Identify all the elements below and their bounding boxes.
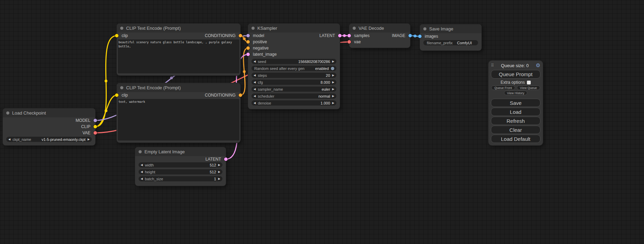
node-save-image[interactable]: Save Image images filename_prefix ComfyU… [420,24,482,51]
node-clip-text-encode-positive[interactable]: CLIP Text Encode (Prompt) clip CONDITION… [117,24,240,75]
node-clip-text-encode-negative[interactable]: CLIP Text Encode (Prompt) clip CONDITION… [117,83,240,143]
vae-input-port[interactable] [347,40,351,44]
node-load-checkpoint[interactable]: Load Checkpoint MODEL CLIP VAE ◀ ckpt_na… [3,108,95,145]
clip-input-port[interactable] [115,93,118,97]
collapse-dot-icon[interactable] [120,27,123,30]
negative-input-port[interactable] [246,46,250,50]
drag-handle-icon[interactable]: ⠿ [491,63,494,68]
stepper-left-icon[interactable]: ◀ [254,87,256,92]
widget-value: v1-5-pruned-emaonly.ckpt [42,137,86,142]
node-title-bar[interactable]: VAE Decode [349,24,410,33]
node-title-bar[interactable]: Load Checkpoint [3,108,95,117]
latent-output-port[interactable] [338,34,342,37]
stepper-left-icon[interactable]: ◀ [141,162,143,168]
widget-label: batch_size [145,177,163,181]
extra-options-checkbox[interactable] [527,81,531,84]
stepper-right-icon[interactable]: ▶ [332,59,334,64]
images-input-port[interactable] [418,35,422,38]
queue-prompt-button[interactable]: Queue Prompt [491,70,540,79]
widget-value: euler [321,87,330,91]
io-row: negative [248,45,340,51]
scheduler-widget[interactable]: ◀ scheduler normal ▶ [252,93,336,99]
stepper-right-icon[interactable]: ▶ [88,137,90,142]
widget-label: sampler_name [258,87,283,91]
stepper-right-icon[interactable]: ▶ [332,93,334,99]
clip-output-port[interactable] [94,125,97,128]
stepper-right-icon[interactable]: ▶ [218,169,220,174]
load-default-button[interactable]: Load Default [491,135,540,143]
collapse-dot-icon[interactable] [120,86,123,89]
node-vae-decode[interactable]: VAE Decode samples IMAGE vae [349,24,410,48]
samples-input-port[interactable] [347,34,351,37]
collapse-dot-icon[interactable] [423,27,426,30]
node-title: Empty Latent Image [144,149,185,154]
node-title-bar[interactable]: Empty Latent Image [135,147,226,156]
random-seed-toggle-widget[interactable]: Random seed after every gen enabled [252,66,336,71]
stepper-left-icon[interactable]: ◀ [254,100,256,106]
image-output-port[interactable] [408,34,412,37]
collapse-dot-icon[interactable] [139,150,142,153]
filename-prefix-widget[interactable]: filename_prefix ComfyUI [423,40,478,45]
stepper-right-icon[interactable]: ▶ [332,80,334,85]
refresh-button[interactable]: Refresh [491,117,540,125]
save-button[interactable]: Save [491,99,540,107]
negative-prompt-textarea[interactable]: text, watermark [118,99,239,141]
view-queue-button[interactable]: View Queue [517,85,540,90]
node-ksampler[interactable]: KSampler model LATENT positive negative … [248,24,340,109]
height-widget[interactable]: ◀ height 512 ▶ [139,169,222,174]
stepper-right-icon[interactable]: ▶ [218,162,220,168]
node-title-bar[interactable]: CLIP Text Encode (Prompt) [117,24,240,33]
batch-size-widget[interactable]: ◀ batch_size 1 ▶ [139,176,222,181]
sampler-name-widget[interactable]: ◀ sampler_name euler ▶ [252,87,336,92]
collapse-dot-icon[interactable] [252,27,255,30]
widget-label: ckpt_name [12,137,31,142]
steps-widget[interactable]: ◀ steps 20 ▶ [252,73,336,78]
cfg-widget[interactable]: ◀ cfg 8.000 ▶ [252,80,336,85]
view-history-button[interactable]: View History [504,91,528,95]
clip-input-port[interactable] [115,34,118,37]
model-input-port[interactable] [246,34,250,37]
node-title-bar[interactable]: Save Image [420,24,482,33]
stepper-left-icon[interactable]: ◀ [254,59,256,64]
stepper-left-icon[interactable]: ◀ [254,80,256,85]
node-graph-canvas[interactable]: Load Checkpoint MODEL CLIP VAE ◀ ckpt_na… [0,0,644,244]
node-empty-latent-image[interactable]: Empty Latent Image LATENT ◀ width 512 ▶ … [135,147,226,186]
widget-value: 8.000 [320,80,330,84]
stepper-right-icon[interactable]: ▶ [332,100,334,106]
node-title-bar[interactable]: CLIP Text Encode (Prompt) [117,83,240,92]
toggle-on-dot[interactable] [331,67,334,70]
stepper-left-icon[interactable]: ◀ [8,137,10,142]
positive-prompt-textarea[interactable]: beautiful scenery nature glass bottle la… [118,39,239,73]
node-title-bar[interactable]: KSampler [248,24,340,33]
stepper-left-icon[interactable]: ◀ [254,73,256,78]
latent-image-input-port[interactable] [246,53,250,56]
widget-value: ComfyUI [457,41,472,45]
output-label: VAE [82,130,90,135]
queue-front-button[interactable]: Queue Front [491,85,515,90]
clear-button[interactable]: Clear [491,126,540,134]
input-label: clip [122,33,128,38]
latent-output-port[interactable] [224,157,228,161]
conditioning-output-port[interactable] [239,93,242,97]
widget-label: scheduler [258,94,274,98]
stepper-left-icon[interactable]: ◀ [254,93,256,99]
conditioning-output-port[interactable] [239,34,242,37]
stepper-right-icon[interactable]: ▶ [332,87,334,92]
collapse-dot-icon[interactable] [353,27,356,30]
width-widget[interactable]: ◀ width 512 ▶ [139,162,222,168]
io-row: clip CONDITIONING [117,92,240,98]
denoise-widget[interactable]: ◀ denoise 1.000 ▶ [252,100,336,106]
load-button[interactable]: Load [491,108,540,116]
stepper-left-icon[interactable]: ◀ [141,176,143,181]
positive-input-port[interactable] [246,40,250,44]
menu-header: ⠿ Queue size: 0 ⚙ [491,62,540,69]
ckpt-name-widget[interactable]: ◀ ckpt_name v1-5-pruned-emaonly.ckpt ▶ [6,137,92,142]
settings-gear-icon[interactable]: ⚙ [536,62,540,69]
seed-widget[interactable]: ◀ seed 156680208700286 ▶ [252,59,336,64]
collapse-dot-icon[interactable] [6,111,9,115]
vae-output-port[interactable] [94,131,97,135]
stepper-left-icon[interactable]: ◀ [141,169,143,174]
model-output-port[interactable] [94,119,97,122]
stepper-right-icon[interactable]: ▶ [332,73,334,78]
stepper-right-icon[interactable]: ▶ [218,176,220,181]
